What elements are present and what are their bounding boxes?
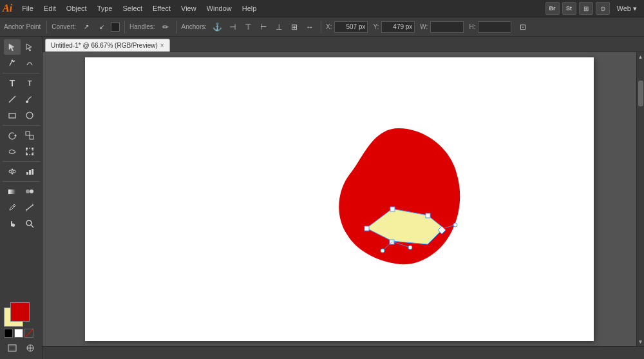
menu-type[interactable]: Type xyxy=(93,3,117,14)
tool-divider-3 xyxy=(3,161,40,162)
svg-point-2 xyxy=(12,60,14,62)
app-logo: Ai xyxy=(3,3,12,14)
svg-rect-11 xyxy=(26,148,28,150)
distribute-btn[interactable]: ⊞ xyxy=(288,21,301,34)
svg-marker-0 xyxy=(9,44,14,51)
handles-btn[interactable]: ✏ xyxy=(159,21,172,34)
h-input[interactable] xyxy=(478,21,511,33)
artboard[interactable] xyxy=(85,57,594,341)
black-swatch[interactable] xyxy=(4,329,13,338)
menu-help[interactable]: Help xyxy=(238,3,261,14)
tool-divider-1 xyxy=(3,73,40,73)
eyedropper-tool-btn[interactable] xyxy=(4,200,21,215)
svg-marker-7 xyxy=(14,134,17,136)
artwork-svg[interactable] xyxy=(315,115,482,283)
document-tab[interactable]: Untitled-1* @ 66.67% (RGB/Preview) × xyxy=(45,39,170,52)
rotate-tool-btn[interactable] xyxy=(4,128,21,143)
menu-window[interactable]: Window xyxy=(202,3,236,14)
color-area xyxy=(1,298,41,359)
line-tool-btn[interactable] xyxy=(4,92,21,107)
svg-point-24 xyxy=(30,189,33,193)
svg-point-42 xyxy=(381,249,384,253)
blend-tool-btn[interactable] xyxy=(21,184,38,199)
convert-smooth-btn[interactable]: ↗ xyxy=(80,21,93,34)
transform-more-btn[interactable]: ⊡ xyxy=(516,21,529,34)
menu-effect[interactable]: Effect xyxy=(148,3,175,14)
menu-icon-group: Br St ⊞ ⊙ Web ▾ xyxy=(545,2,641,15)
align-btn-2[interactable]: ⊤ xyxy=(242,21,254,34)
w-input[interactable] xyxy=(430,21,464,33)
svg-point-15 xyxy=(9,170,12,173)
type-tool-btn[interactable]: T xyxy=(4,75,21,91)
svg-point-4 xyxy=(26,101,28,103)
free-transform-btn[interactable] xyxy=(21,144,38,159)
main-area: T T xyxy=(0,37,644,359)
gradient-tool-btn[interactable] xyxy=(4,184,21,199)
scroll-thumb[interactable] xyxy=(638,81,643,106)
align-btn-3[interactable]: ⊢ xyxy=(257,21,270,34)
svg-line-30 xyxy=(31,225,33,228)
svg-line-3 xyxy=(9,96,15,102)
svg-rect-14 xyxy=(32,153,33,155)
selection-tool-btn[interactable] xyxy=(4,39,21,55)
measure-tool-btn[interactable] xyxy=(21,200,38,215)
handles-label: Handles: xyxy=(129,23,155,30)
convert-corner-btn[interactable]: ↙ xyxy=(95,21,108,34)
symbol-tool-btn[interactable] xyxy=(4,164,21,179)
grid-icon-btn[interactable]: ⊞ xyxy=(579,2,593,15)
h-label: H: xyxy=(469,23,475,30)
spacing-btn[interactable]: ↔ xyxy=(303,21,316,34)
symbol-place-btn[interactable] xyxy=(22,341,39,355)
y-input[interactable] xyxy=(381,21,415,33)
tool-divider-2 xyxy=(3,125,40,126)
align-btn-4[interactable]: ⊥ xyxy=(272,21,285,34)
scroll-up-btn[interactable]: ▲ xyxy=(637,52,645,61)
toolbar-sep-4 xyxy=(321,21,321,34)
tool-row-handmag xyxy=(4,216,38,231)
curvature-tool-btn[interactable] xyxy=(21,55,38,71)
artboard-btn[interactable] xyxy=(4,341,21,355)
menu-object[interactable]: Object xyxy=(62,3,91,14)
canvas-area: Untitled-1* @ 66.67% (RGB/Preview) × xyxy=(43,37,644,359)
pen-tool-btn[interactable] xyxy=(4,55,21,71)
x-input[interactable] xyxy=(334,21,368,33)
direct-selection-tool-btn[interactable] xyxy=(21,39,38,55)
tool-row-shape xyxy=(4,108,38,123)
menu-edit[interactable]: Edit xyxy=(39,3,61,14)
align-btn-1[interactable]: ⊣ xyxy=(226,21,239,34)
anchors-btn[interactable]: ⚓ xyxy=(211,21,223,34)
bridge-icon-btn[interactable]: Br xyxy=(545,2,560,15)
svg-point-44 xyxy=(408,246,412,249)
paintbrush-tool-btn[interactable] xyxy=(21,92,38,107)
tab-close-btn[interactable]: × xyxy=(160,42,164,49)
x-label: X: xyxy=(326,23,332,30)
menu-view[interactable]: View xyxy=(176,3,201,14)
scale-tool-btn[interactable] xyxy=(21,128,38,143)
canvas-container[interactable] xyxy=(43,52,636,346)
graph-tool-btn[interactable] xyxy=(21,164,38,179)
stock-icon-btn[interactable]: St xyxy=(562,2,576,15)
zoom-tool-btn[interactable] xyxy=(21,216,38,231)
menu-select[interactable]: Select xyxy=(118,3,147,14)
foreground-color-swatch[interactable] xyxy=(10,302,30,322)
scroll-track[interactable] xyxy=(638,61,644,337)
color-mini-row xyxy=(4,329,39,338)
toolbox: T T xyxy=(0,37,43,359)
warp-tool-btn[interactable] xyxy=(4,144,21,159)
touch-type-tool-btn[interactable]: T xyxy=(21,75,38,91)
hand-tool-btn[interactable] xyxy=(4,216,21,231)
menu-file[interactable]: File xyxy=(17,3,38,14)
rectangle-tool-btn[interactable] xyxy=(4,108,21,123)
none-swatch[interactable] xyxy=(24,329,33,338)
workspace-selector[interactable]: Web ▾ xyxy=(612,3,641,14)
white-swatch[interactable] xyxy=(14,329,23,338)
scroll-down-btn[interactable]: ▼ xyxy=(637,337,645,346)
svg-line-26 xyxy=(26,205,33,210)
ellipse-tool-btn[interactable] xyxy=(21,108,38,123)
anchors-label: Anchors: xyxy=(182,23,207,30)
svg-point-46 xyxy=(453,223,457,227)
svg-point-6 xyxy=(26,112,33,119)
convert-square xyxy=(111,23,120,32)
search-icon-btn[interactable]: ⊙ xyxy=(596,2,610,15)
tool-row-pen xyxy=(4,55,38,71)
